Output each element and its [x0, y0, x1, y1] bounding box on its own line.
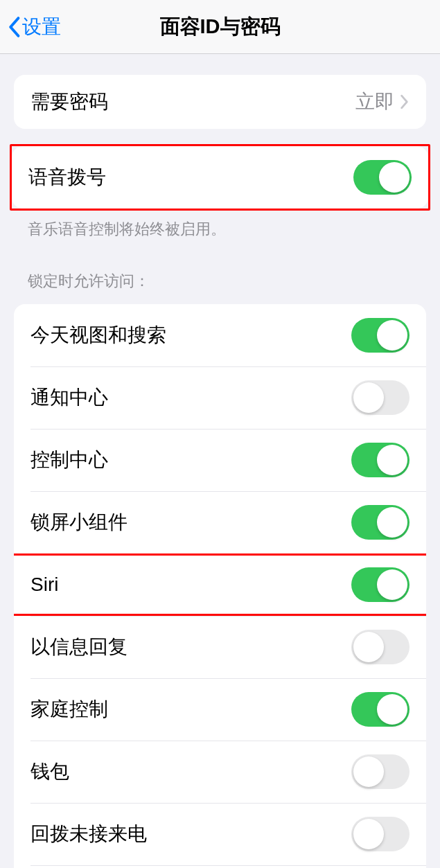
siri-toggle[interactable] — [351, 567, 410, 602]
back-label: 设置 — [22, 14, 61, 40]
back-button[interactable]: 设置 — [0, 14, 61, 40]
voice-dial-group: 语音拨号 — [12, 146, 428, 209]
reply-with-message-toggle[interactable] — [351, 630, 410, 664]
toggle-knob — [353, 819, 384, 849]
siri-row: Siri — [14, 553, 426, 616]
lock-screen-widgets-label: 锁屏小组件 — [30, 509, 351, 535]
return-missed-calls-toggle[interactable] — [351, 817, 410, 851]
chevron-left-icon — [7, 16, 21, 38]
lock-screen-widgets-toggle[interactable] — [351, 505, 410, 540]
today-view-label: 今天视图和搜索 — [30, 322, 351, 348]
today-view-toggle[interactable] — [351, 318, 410, 353]
return-missed-calls-label: 回拨未接来电 — [30, 821, 351, 847]
toggle-knob — [353, 382, 384, 413]
voice-dial-footer: 音乐语音控制将始终被启用。 — [0, 211, 440, 240]
lock-access-header: 锁定时允许访问： — [0, 258, 440, 299]
require-passcode-group: 需要密码 立即 — [14, 75, 426, 129]
require-passcode-value: 立即 — [355, 89, 394, 115]
home-control-toggle[interactable] — [351, 692, 410, 727]
home-control-row: 家庭控制 — [14, 678, 426, 741]
notification-center-row: 通知中心 — [14, 366, 426, 429]
toggle-knob — [377, 507, 407, 538]
notification-center-toggle[interactable] — [351, 380, 410, 415]
today-view-row: 今天视图和搜索 — [14, 304, 426, 366]
voice-dial-highlight: 语音拨号 — [10, 144, 430, 211]
chevron-right-icon — [400, 94, 410, 109]
voice-dial-row: 语音拨号 — [12, 146, 428, 209]
control-center-label: 控制中心 — [30, 447, 351, 473]
reply-with-message-row: 以信息回复 — [14, 616, 426, 678]
toggle-knob — [379, 162, 410, 193]
navigation-bar: 设置 面容ID与密码 — [0, 0, 440, 54]
home-control-label: 家庭控制 — [30, 696, 351, 723]
control-center-row: 控制中心 — [14, 429, 426, 491]
lock-screen-widgets-row: 锁屏小组件 — [14, 491, 426, 553]
toggle-knob — [377, 694, 407, 725]
toggle-knob — [353, 756, 384, 787]
reply-with-message-label: 以信息回复 — [30, 634, 351, 660]
voice-dial-label: 语音拨号 — [28, 164, 353, 191]
wallet-toggle[interactable] — [351, 754, 410, 789]
voice-dial-toggle[interactable] — [353, 160, 412, 195]
require-passcode-label: 需要密码 — [30, 89, 355, 115]
require-passcode-row[interactable]: 需要密码 立即 — [14, 75, 426, 129]
toggle-knob — [377, 569, 407, 600]
page-title: 面容ID与密码 — [160, 13, 281, 41]
toggle-knob — [377, 445, 407, 475]
lock-access-group: 今天视图和搜索 通知中心 控制中心 锁屏小组件 Siri 以信息回复 家庭控制 — [14, 304, 426, 868]
toggle-knob — [353, 632, 384, 662]
return-missed-calls-row: 回拨未接来电 — [14, 803, 426, 865]
wallet-label: 钱包 — [30, 759, 351, 785]
usb-accessories-row: USB配件 — [14, 865, 426, 868]
wallet-row: 钱包 — [14, 741, 426, 803]
notification-center-label: 通知中心 — [30, 384, 351, 411]
siri-label: Siri — [30, 574, 351, 596]
control-center-toggle[interactable] — [351, 443, 410, 477]
toggle-knob — [377, 320, 407, 351]
